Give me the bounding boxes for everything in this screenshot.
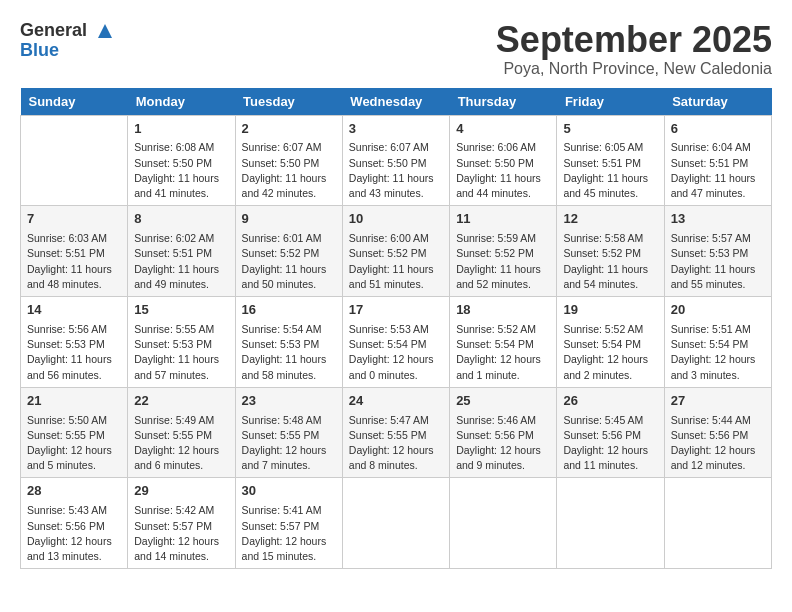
day-cell: 22Sunrise: 5:49 AMSunset: 5:55 PMDayligh… xyxy=(128,387,235,478)
day-number: 6 xyxy=(671,120,765,139)
day-number: 29 xyxy=(134,482,228,501)
day-info: Sunrise: 5:50 AMSunset: 5:55 PMDaylight:… xyxy=(27,413,121,474)
day-cell: 1Sunrise: 6:08 AMSunset: 5:50 PMDaylight… xyxy=(128,115,235,206)
day-info: Sunrise: 5:41 AMSunset: 5:57 PMDaylight:… xyxy=(242,503,336,564)
day-cell: 30Sunrise: 5:41 AMSunset: 5:57 PMDayligh… xyxy=(235,478,342,569)
day-number: 4 xyxy=(456,120,550,139)
day-info: Sunrise: 6:02 AMSunset: 5:51 PMDaylight:… xyxy=(134,231,228,292)
day-number: 21 xyxy=(27,392,121,411)
day-info: Sunrise: 5:52 AMSunset: 5:54 PMDaylight:… xyxy=(563,322,657,383)
day-cell: 6Sunrise: 6:04 AMSunset: 5:51 PMDaylight… xyxy=(664,115,771,206)
day-number: 14 xyxy=(27,301,121,320)
day-number: 25 xyxy=(456,392,550,411)
day-info: Sunrise: 5:47 AMSunset: 5:55 PMDaylight:… xyxy=(349,413,443,474)
col-header-friday: Friday xyxy=(557,88,664,116)
day-info: Sunrise: 5:44 AMSunset: 5:56 PMDaylight:… xyxy=(671,413,765,474)
day-number: 16 xyxy=(242,301,336,320)
week-row-1: 1Sunrise: 6:08 AMSunset: 5:50 PMDaylight… xyxy=(21,115,772,206)
day-cell: 14Sunrise: 5:56 AMSunset: 5:53 PMDayligh… xyxy=(21,297,128,388)
col-header-saturday: Saturday xyxy=(664,88,771,116)
col-header-sunday: Sunday xyxy=(21,88,128,116)
day-info: Sunrise: 5:45 AMSunset: 5:56 PMDaylight:… xyxy=(563,413,657,474)
day-cell: 25Sunrise: 5:46 AMSunset: 5:56 PMDayligh… xyxy=(450,387,557,478)
day-cell xyxy=(342,478,449,569)
day-cell: 9Sunrise: 6:01 AMSunset: 5:52 PMDaylight… xyxy=(235,206,342,297)
day-cell: 18Sunrise: 5:52 AMSunset: 5:54 PMDayligh… xyxy=(450,297,557,388)
day-number: 3 xyxy=(349,120,443,139)
col-header-wednesday: Wednesday xyxy=(342,88,449,116)
day-cell xyxy=(450,478,557,569)
day-info: Sunrise: 6:07 AMSunset: 5:50 PMDaylight:… xyxy=(349,140,443,201)
day-cell: 12Sunrise: 5:58 AMSunset: 5:52 PMDayligh… xyxy=(557,206,664,297)
day-cell: 8Sunrise: 6:02 AMSunset: 5:51 PMDaylight… xyxy=(128,206,235,297)
month-title: September 2025 xyxy=(496,20,772,60)
day-info: Sunrise: 5:56 AMSunset: 5:53 PMDaylight:… xyxy=(27,322,121,383)
location: Poya, North Province, New Caledonia xyxy=(496,60,772,78)
logo: General Blue xyxy=(20,20,116,61)
day-cell xyxy=(557,478,664,569)
day-number: 23 xyxy=(242,392,336,411)
day-cell: 13Sunrise: 5:57 AMSunset: 5:53 PMDayligh… xyxy=(664,206,771,297)
day-info: Sunrise: 6:07 AMSunset: 5:50 PMDaylight:… xyxy=(242,140,336,201)
day-cell: 4Sunrise: 6:06 AMSunset: 5:50 PMDaylight… xyxy=(450,115,557,206)
day-info: Sunrise: 5:58 AMSunset: 5:52 PMDaylight:… xyxy=(563,231,657,292)
day-number: 2 xyxy=(242,120,336,139)
svg-marker-0 xyxy=(98,24,112,38)
day-number: 10 xyxy=(349,210,443,229)
week-row-5: 28Sunrise: 5:43 AMSunset: 5:56 PMDayligh… xyxy=(21,478,772,569)
day-info: Sunrise: 5:46 AMSunset: 5:56 PMDaylight:… xyxy=(456,413,550,474)
day-cell: 15Sunrise: 5:55 AMSunset: 5:53 PMDayligh… xyxy=(128,297,235,388)
day-number: 12 xyxy=(563,210,657,229)
logo-icon xyxy=(94,20,116,42)
week-row-3: 14Sunrise: 5:56 AMSunset: 5:53 PMDayligh… xyxy=(21,297,772,388)
day-number: 13 xyxy=(671,210,765,229)
col-header-tuesday: Tuesday xyxy=(235,88,342,116)
day-number: 19 xyxy=(563,301,657,320)
col-header-monday: Monday xyxy=(128,88,235,116)
day-cell xyxy=(664,478,771,569)
day-cell: 7Sunrise: 6:03 AMSunset: 5:51 PMDaylight… xyxy=(21,206,128,297)
day-info: Sunrise: 6:08 AMSunset: 5:50 PMDaylight:… xyxy=(134,140,228,201)
day-cell: 5Sunrise: 6:05 AMSunset: 5:51 PMDaylight… xyxy=(557,115,664,206)
day-cell: 26Sunrise: 5:45 AMSunset: 5:56 PMDayligh… xyxy=(557,387,664,478)
day-cell: 29Sunrise: 5:42 AMSunset: 5:57 PMDayligh… xyxy=(128,478,235,569)
day-number: 30 xyxy=(242,482,336,501)
page-header: General Blue September 2025 Poya, North … xyxy=(20,20,772,78)
day-info: Sunrise: 5:53 AMSunset: 5:54 PMDaylight:… xyxy=(349,322,443,383)
day-number: 9 xyxy=(242,210,336,229)
day-number: 18 xyxy=(456,301,550,320)
day-number: 17 xyxy=(349,301,443,320)
calendar-table: SundayMondayTuesdayWednesdayThursdayFrid… xyxy=(20,88,772,570)
day-cell: 20Sunrise: 5:51 AMSunset: 5:54 PMDayligh… xyxy=(664,297,771,388)
day-number: 20 xyxy=(671,301,765,320)
logo-text-general: General xyxy=(20,20,87,40)
day-cell: 17Sunrise: 5:53 AMSunset: 5:54 PMDayligh… xyxy=(342,297,449,388)
day-info: Sunrise: 5:51 AMSunset: 5:54 PMDaylight:… xyxy=(671,322,765,383)
day-info: Sunrise: 6:00 AMSunset: 5:52 PMDaylight:… xyxy=(349,231,443,292)
day-cell: 21Sunrise: 5:50 AMSunset: 5:55 PMDayligh… xyxy=(21,387,128,478)
day-info: Sunrise: 5:48 AMSunset: 5:55 PMDaylight:… xyxy=(242,413,336,474)
day-info: Sunrise: 5:54 AMSunset: 5:53 PMDaylight:… xyxy=(242,322,336,383)
col-header-thursday: Thursday xyxy=(450,88,557,116)
day-info: Sunrise: 6:06 AMSunset: 5:50 PMDaylight:… xyxy=(456,140,550,201)
day-number: 24 xyxy=(349,392,443,411)
day-info: Sunrise: 5:49 AMSunset: 5:55 PMDaylight:… xyxy=(134,413,228,474)
day-number: 27 xyxy=(671,392,765,411)
day-cell xyxy=(21,115,128,206)
day-info: Sunrise: 5:42 AMSunset: 5:57 PMDaylight:… xyxy=(134,503,228,564)
day-info: Sunrise: 6:05 AMSunset: 5:51 PMDaylight:… xyxy=(563,140,657,201)
day-cell: 27Sunrise: 5:44 AMSunset: 5:56 PMDayligh… xyxy=(664,387,771,478)
week-row-2: 7Sunrise: 6:03 AMSunset: 5:51 PMDaylight… xyxy=(21,206,772,297)
day-info: Sunrise: 6:04 AMSunset: 5:51 PMDaylight:… xyxy=(671,140,765,201)
day-number: 1 xyxy=(134,120,228,139)
day-number: 26 xyxy=(563,392,657,411)
header-row: SundayMondayTuesdayWednesdayThursdayFrid… xyxy=(21,88,772,116)
day-cell: 16Sunrise: 5:54 AMSunset: 5:53 PMDayligh… xyxy=(235,297,342,388)
day-number: 15 xyxy=(134,301,228,320)
day-info: Sunrise: 6:03 AMSunset: 5:51 PMDaylight:… xyxy=(27,231,121,292)
day-cell: 10Sunrise: 6:00 AMSunset: 5:52 PMDayligh… xyxy=(342,206,449,297)
day-info: Sunrise: 5:43 AMSunset: 5:56 PMDaylight:… xyxy=(27,503,121,564)
day-number: 22 xyxy=(134,392,228,411)
day-info: Sunrise: 5:52 AMSunset: 5:54 PMDaylight:… xyxy=(456,322,550,383)
day-cell: 3Sunrise: 6:07 AMSunset: 5:50 PMDaylight… xyxy=(342,115,449,206)
